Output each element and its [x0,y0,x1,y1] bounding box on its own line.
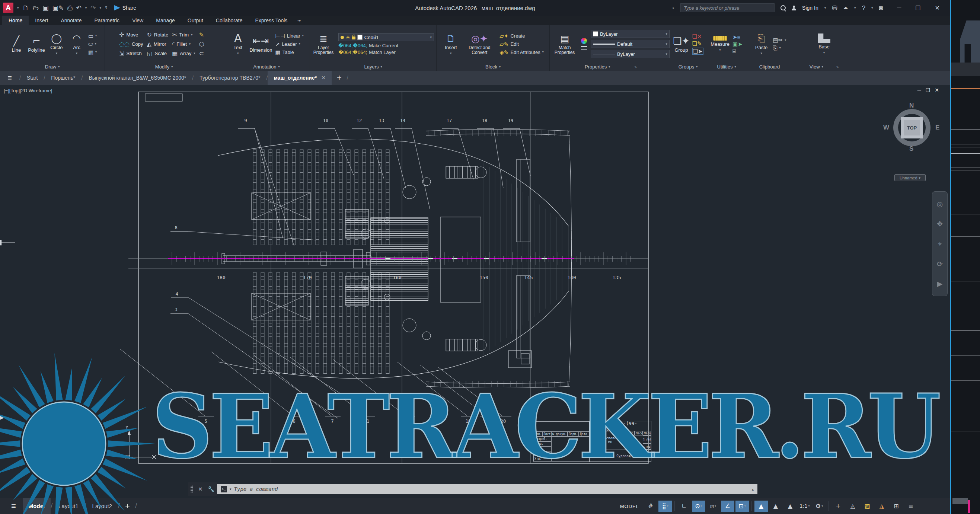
paste-button[interactable]: ⎗Paste▾ [753,33,770,55]
annotation-monitor-icon[interactable]: + [832,501,845,512]
ribbon-tab-collaborate[interactable]: Collaborate [210,16,249,25]
viewcube-top-face[interactable]: TOP [901,117,923,138]
search-history-chevron-icon[interactable]: ▸ [673,6,675,10]
ribbon-tab-insert[interactable]: Insert [29,16,54,25]
hardware-acceleration-icon[interactable]: ◮ [875,501,888,512]
redo-chevron-icon[interactable]: ▾ [100,6,102,10]
file-tab-close-icon[interactable]: ✕ [321,75,326,81]
ribbon-tab-annotate[interactable]: Annotate [54,16,88,25]
viewcube-east[interactable]: E [935,124,939,131]
color-wheel-icon[interactable] [581,38,587,44]
viewcube[interactable]: N S W E TOP [888,103,936,152]
ungroup-button[interactable]: ❏✕ [692,33,703,39]
autodesk-access-icon[interactable]: ⏶ [843,5,848,11]
offset-button[interactable]: ⊂ [199,50,209,57]
viewcube-west[interactable]: W [883,124,889,131]
panel-block-label[interactable]: Block▾ [437,62,549,71]
ribbon-tab-output[interactable]: Output [181,16,210,25]
sign-in-chevron-icon[interactable]: ▾ [824,6,826,10]
panel-groups-label[interactable]: Groups▾ [672,62,704,71]
group-button[interactable]: ❏✦Group [673,35,690,53]
line-button[interactable]: ╱Line [8,35,25,53]
autoscale-icon[interactable]: ▲ [769,501,782,512]
match-properties-button[interactable]: ▤ Match Properties [552,33,577,55]
annotation-scale-value[interactable]: 1:1▾ [798,501,811,512]
ortho-mode-icon[interactable]: ∟ [678,501,691,512]
viewport-controls[interactable]: [−][Top][2D Wireframe] [4,88,52,94]
doc-restore-icon[interactable]: ❐ [926,87,935,93]
graphics-performance-icon[interactable]: ▨ [861,501,874,512]
linetype-icon[interactable] [581,49,587,50]
help-chevron-icon[interactable]: ▾ [871,6,873,10]
new-layout-button[interactable]: + [120,501,135,511]
redo-icon[interactable]: ↷ [91,5,95,11]
dimension-button[interactable]: ⇤⇥Dimension [249,35,272,53]
leader-button[interactable]: ↗Leader▾ [275,41,304,47]
share-button[interactable]: Share [114,5,136,11]
doc-minimize-icon[interactable]: ─ [918,87,926,93]
text-button[interactable]: AText▾ [229,33,247,55]
rectangle-button[interactable]: ▭▾ [88,33,97,39]
undo-chevron-icon[interactable]: ▾ [85,6,87,10]
navigation-bar[interactable]: ◎ ✥ ⌖ ⟳ ▶ [932,191,948,296]
stretch-button[interactable]: ⇲Stretch [119,50,143,57]
base-button[interactable]: Base▾ [816,33,833,54]
command-expand-icon[interactable]: ▴ [752,487,754,491]
object-color-combo[interactable]: ByLayer▾ [591,30,670,38]
command-close-icon[interactable]: ✕ [198,486,202,492]
open-file-icon[interactable]: 🗁 [33,5,39,11]
layer-combo[interactable]: ☀ Слой1 ▾ [338,33,434,41]
object-snap-icon[interactable]: ⊡▾ [735,501,749,512]
measure-button[interactable]: Measure▾ [711,36,730,52]
customize-qat-icon[interactable]: ⊽ [105,6,108,10]
ellipse-button[interactable]: ⬭▾ [88,41,97,47]
show-motion-icon[interactable]: ▶ [937,280,943,288]
layout-menu-icon[interactable]: ≡ [11,501,16,511]
new-file-icon[interactable]: 🗋 [23,5,29,11]
panel-layers-label[interactable]: Layers▾ [310,62,436,71]
recent-commands-chevron-icon[interactable]: ▾ [230,487,232,491]
quick-select-button[interactable]: ➤≡ [732,34,743,40]
search-icon[interactable] [781,5,786,10]
grid-display-icon[interactable]: # [644,501,657,512]
ribbon-options-chevron-icon[interactable]: ▪▾ [294,16,304,25]
lineweight-icon[interactable] [581,46,587,47]
save-icon[interactable]: ▣ [43,5,49,11]
file-tabs-menu-icon[interactable]: ≡ [0,71,19,85]
layout-tab-layout1[interactable]: Layout1 [52,498,84,514]
create-block-button[interactable]: ▱✦Create [500,33,543,39]
close-button[interactable]: ✕ [935,5,940,11]
properties-dialog-launcher-icon[interactable]: ⇘ [634,65,637,68]
object-snap-tracking-icon[interactable]: ∠ [721,501,734,512]
select-all-button[interactable]: ▣➤ [732,41,743,47]
edit-attributes-button[interactable]: ◈✎Edit Attributes▾ [500,49,543,55]
drawing-canvas[interactable]: [−][Top][2D Wireframe] ─❐✕ N S W E TOP U… [0,85,950,498]
panel-modify-label[interactable]: Modify▾ [105,62,223,71]
orbit-icon[interactable]: ⟳ [937,260,943,268]
panel-view-label[interactable]: View▾⇘ [790,62,858,71]
doc-close-icon[interactable]: ✕ [935,87,943,93]
access-chevron-icon[interactable]: ▾ [854,6,856,10]
polar-tracking-icon[interactable]: ⊙▾ [692,501,705,512]
match-layer-button[interactable]: �064;�064; Match Layer [338,50,434,55]
view-name-pill[interactable]: Unnamed▾ [894,174,926,181]
workspace-switching-icon[interactable]: ⚙▾ [813,501,826,512]
linetype-combo[interactable]: ByLayer▾ [591,50,670,58]
panel-utilities-label[interactable]: Utilities▾ [704,62,749,71]
command-input[interactable]: >_ ▾ Type a command ▴ [217,484,757,494]
move-button[interactable]: ✛Move [119,31,143,38]
app-menu-chevron-icon[interactable]: ▾ [17,6,19,10]
linear-button[interactable]: ⊢⊣Linear▾ [275,33,304,39]
quick-calc-button[interactable]: ⌸ [732,48,743,54]
table-button[interactable]: ▦Table [275,49,304,55]
plot-icon[interactable]: ⎙ [67,5,73,11]
layer-properties-button[interactable]: ≣ Layer Properties [312,33,335,55]
panel-annotation-label[interactable]: Annotation▾ [223,62,310,71]
search-input[interactable]: Type a keyword or phrase [680,3,775,12]
erase-button[interactable]: ✎ [199,31,209,38]
ribbon-tab-manage[interactable]: Manage [150,16,181,25]
health-dashboard-icon[interactable]: ◙ [879,5,883,11]
autocad-logo-icon[interactable]: A [3,3,13,13]
steering-wheel-icon[interactable]: ◎ [937,200,943,208]
insert-button[interactable]: 🗋Insert▾ [442,33,459,55]
